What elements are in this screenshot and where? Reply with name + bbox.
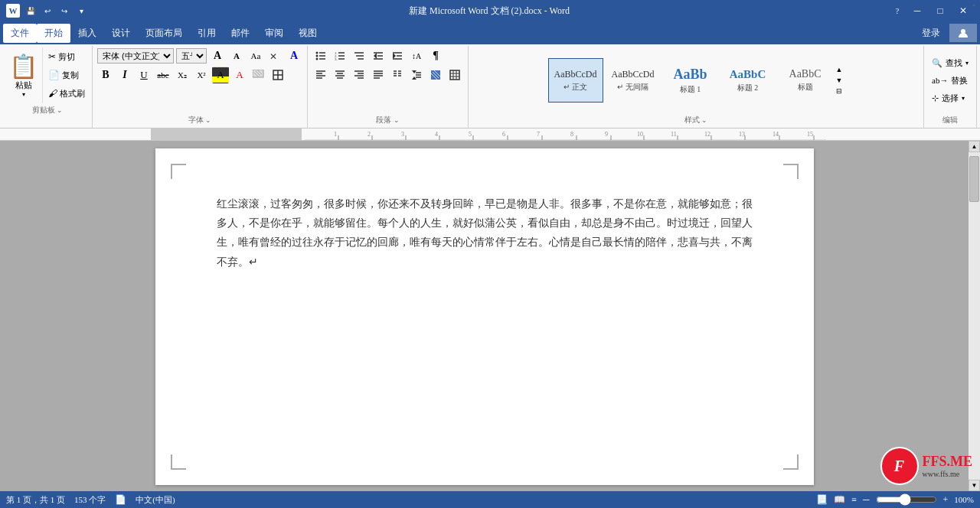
restore-btn[interactable]: □ bbox=[929, 0, 951, 21]
text-effect-btn[interactable]: A bbox=[286, 47, 302, 64]
para-shading-btn[interactable] bbox=[427, 67, 444, 83]
replace-btn[interactable]: ab→ 替换 bbox=[929, 73, 972, 88]
ribbon-collapse-btn[interactable]: ⌃ bbox=[971, 3, 977, 11]
scroll-up-btn[interactable]: ▲ bbox=[969, 141, 980, 152]
copy-button[interactable]: 📄 复制 bbox=[46, 68, 87, 82]
line-spacing-btn[interactable] bbox=[408, 67, 425, 83]
show-marks-btn[interactable]: ¶ bbox=[427, 47, 444, 64]
para-expand[interactable]: ⌄ bbox=[394, 116, 400, 124]
save-quick-btn[interactable]: 💾 bbox=[23, 3, 38, 18]
title-left: W 💾 ↩ ↪ ▾ bbox=[6, 3, 89, 18]
minimize-btn[interactable]: ─ bbox=[906, 0, 928, 21]
cut-button[interactable]: ✂ 剪切 bbox=[46, 50, 87, 64]
align-right-btn[interactable] bbox=[351, 67, 368, 83]
corner-tr bbox=[783, 164, 799, 179]
menu-tab-review[interactable]: 审阅 bbox=[257, 24, 291, 43]
paste-dropdown[interactable]: ▾ bbox=[22, 91, 25, 98]
clear-format-btn[interactable]: ✕ bbox=[266, 47, 283, 64]
vertical-scrollbar[interactable]: ▲ ▼ bbox=[969, 141, 980, 491]
change-case-btn[interactable]: Aa bbox=[247, 47, 264, 64]
format-painter-button[interactable]: 🖌 格式刷 bbox=[46, 87, 87, 101]
view-print-btn[interactable]: 📃 bbox=[816, 494, 828, 506]
style-title[interactable]: AaBbC 标题 bbox=[778, 58, 833, 103]
style-h1[interactable]: AaBb 标题 1 bbox=[663, 58, 718, 103]
menu-tab-home[interactable]: 开始 bbox=[37, 24, 70, 43]
scroll-track[interactable] bbox=[969, 152, 980, 480]
borders-btn[interactable] bbox=[270, 67, 286, 83]
menu-tab-mailings[interactable]: 邮件 bbox=[224, 24, 257, 43]
menu-tab-layout[interactable]: 页面布局 bbox=[138, 24, 190, 43]
superscript-btn[interactable]: X² bbox=[193, 67, 210, 83]
decrease-indent-btn[interactable] bbox=[370, 47, 387, 64]
font-expand[interactable]: ⌄ bbox=[205, 116, 211, 124]
zoom-in-btn[interactable]: + bbox=[943, 494, 949, 506]
style-no-spacing[interactable]: AaBbCcDd ↵ 无间隔 bbox=[606, 58, 661, 103]
para-borders-btn[interactable] bbox=[446, 67, 463, 83]
svg-text:11: 11 bbox=[671, 131, 677, 138]
document-scroll[interactable]: 红尘滚滚，过客匆匆，很多时候，你还来不及转身回眸，早已是物是人非。很多事，不是你… bbox=[0, 141, 969, 491]
title-bar: W 💾 ↩ ↪ ▾ 新建 Microsoft Word 文档 (2).docx … bbox=[0, 0, 980, 21]
italic-btn[interactable]: I bbox=[116, 67, 133, 83]
view-outline-btn[interactable]: ≡ bbox=[851, 494, 857, 506]
font-label: 字体 ⌄ bbox=[188, 115, 212, 126]
svg-point-10 bbox=[316, 58, 318, 60]
style-scroll-up-btn[interactable]: ▲ bbox=[835, 64, 844, 75]
font-shrink-btn[interactable]: A bbox=[228, 47, 245, 64]
menu-tab-insert[interactable]: 插入 bbox=[70, 24, 104, 43]
style-normal[interactable]: AaBbCcDd ↵ 正文 bbox=[548, 58, 603, 103]
clipboard-expand[interactable]: ⌄ bbox=[57, 106, 63, 114]
menu-tab-references[interactable]: 引用 bbox=[190, 24, 224, 43]
align-right-icon bbox=[354, 70, 364, 80]
bold-btn[interactable]: B bbox=[97, 67, 114, 83]
copy-icon: 📄 bbox=[48, 70, 60, 81]
paste-button[interactable]: 📋 粘贴 ▾ bbox=[8, 47, 43, 103]
numbering-btn[interactable]: 1.2.3. bbox=[332, 47, 348, 64]
document-page[interactable]: 红尘滚滚，过客匆匆，很多时候，你还来不及转身回眸，早已是物是人非。很多事，不是你… bbox=[155, 148, 814, 485]
sort-btn[interactable]: ↕A bbox=[408, 47, 425, 64]
styles-expand[interactable]: ⌄ bbox=[701, 116, 707, 124]
increase-indent-btn[interactable] bbox=[389, 47, 406, 64]
style-h2-preview: AaBbC bbox=[730, 68, 766, 81]
style-h1-preview: AaBb bbox=[674, 67, 707, 83]
justify-btn[interactable] bbox=[370, 67, 387, 83]
align-left-btn[interactable] bbox=[312, 67, 329, 83]
scroll-thumb[interactable] bbox=[969, 156, 979, 202]
style-h2[interactable]: AaBbC 标题 2 bbox=[720, 58, 776, 103]
subscript-btn[interactable]: X₂ bbox=[174, 67, 191, 83]
col-layout-btn[interactable] bbox=[389, 67, 406, 83]
bullets-btn[interactable] bbox=[312, 47, 329, 64]
shading-icon bbox=[253, 70, 265, 80]
redo-quick-btn[interactable]: ↪ bbox=[57, 3, 72, 18]
login-button[interactable]: 登录 bbox=[916, 24, 946, 43]
strikethrough-btn[interactable]: abc bbox=[155, 67, 172, 83]
svg-text:9: 9 bbox=[605, 131, 608, 138]
underline-btn[interactable]: U bbox=[136, 67, 152, 83]
zoom-slider[interactable] bbox=[876, 496, 937, 503]
menu-tab-view[interactable]: 视图 bbox=[291, 24, 325, 43]
menu-tab-file[interactable]: 文件 bbox=[3, 24, 37, 43]
font-color-btn[interactable]: A bbox=[231, 67, 248, 83]
view-web-btn[interactable]: 📖 bbox=[834, 494, 845, 506]
more-quick-btn[interactable]: ▾ bbox=[74, 3, 89, 18]
language: 中文(中国) bbox=[136, 494, 175, 506]
user-avatar[interactable] bbox=[949, 24, 977, 42]
multilevel-list-btn[interactable] bbox=[351, 47, 368, 64]
svg-text:4: 4 bbox=[435, 131, 438, 138]
align-center-btn[interactable] bbox=[332, 67, 348, 83]
shading-btn[interactable] bbox=[250, 67, 267, 83]
font-grow-btn[interactable]: A bbox=[209, 47, 226, 64]
undo-quick-btn[interactable]: ↩ bbox=[40, 3, 55, 18]
text-highlight-btn[interactable]: A bbox=[212, 67, 229, 83]
style-scroll-down-btn[interactable]: ▼ bbox=[835, 75, 844, 86]
help-btn[interactable]: ? bbox=[890, 3, 905, 18]
find-btn[interactable]: 🔍 查找 ▾ bbox=[929, 56, 972, 70]
select-btn[interactable]: ⊹ 选择 ▾ bbox=[929, 91, 972, 106]
menu-tab-design[interactable]: 设计 bbox=[104, 24, 138, 43]
font-size-select[interactable]: 五号 bbox=[176, 48, 207, 64]
find-dropdown-icon: ▾ bbox=[965, 60, 969, 67]
document-content[interactable]: 红尘滚滚，过客匆匆，很多时候，你还来不及转身回眸，早已是物是人非。很多事，不是你… bbox=[217, 194, 753, 272]
zoom-level: 100% bbox=[954, 495, 974, 504]
style-more-btn[interactable]: ⊟ bbox=[835, 86, 844, 96]
zoom-out-btn[interactable]: ─ bbox=[863, 494, 870, 506]
font-name-select[interactable]: 宋体 (中文正文) bbox=[97, 48, 174, 64]
